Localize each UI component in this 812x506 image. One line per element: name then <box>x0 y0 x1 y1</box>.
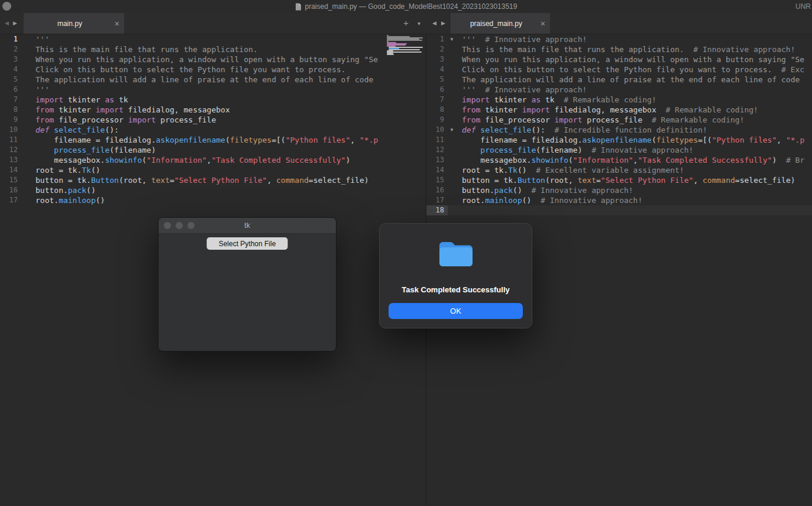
code-line[interactable]: 16button.pack() <box>0 185 426 195</box>
code-line[interactable]: 5The application will add a line of prai… <box>426 75 812 85</box>
line-number: 17 <box>0 195 21 205</box>
line-number: 2 <box>0 44 21 54</box>
code-line[interactable]: 1''' <box>0 34 426 44</box>
code-line[interactable]: 18 <box>426 205 812 215</box>
nav-back-icon-right[interactable]: ◀ <box>431 13 438 34</box>
code-line[interactable]: 7import tkinter as tk <box>0 95 426 105</box>
code-line[interactable]: 14root = tk.Tk() # Excellent variable as… <box>426 165 812 175</box>
code-text: ''' # Innovative approach! <box>456 34 587 44</box>
code-text: Click on this button to select the Pytho… <box>456 65 804 75</box>
code-line[interactable]: 5The application will add a line of prai… <box>0 75 426 85</box>
code-line[interactable]: 8from tkinter import filedialog, message… <box>426 105 812 115</box>
document-icon <box>295 3 302 11</box>
minimap[interactable] <box>385 35 426 55</box>
code-text: button = tk.Button(root, text="Select Py… <box>456 175 795 185</box>
code-line[interactable]: 6''' <box>0 85 426 95</box>
code-text: root.mainloop() # Innovative approach! <box>456 195 642 205</box>
code-text: Click on this button to select the Pytho… <box>30 65 345 75</box>
close-tab-icon[interactable]: × <box>541 20 545 28</box>
line-number: 1 <box>0 34 21 44</box>
close-tab-icon[interactable]: × <box>115 20 119 28</box>
code-line[interactable]: 9from file_processor import process_file… <box>426 115 812 125</box>
code-line[interactable]: 12 process_file(filename) <box>0 145 426 155</box>
tab-praised-main-py[interactable]: praised_main.py × <box>451 13 550 34</box>
minimap-line <box>387 40 422 41</box>
code-line[interactable]: 10▼def select_file(): # Incredible funct… <box>426 125 812 135</box>
code-line[interactable]: 3When you run this application, a window… <box>0 54 426 65</box>
minimap-line <box>389 49 419 50</box>
fold-gutter <box>21 155 30 165</box>
fold-gutter <box>448 185 456 195</box>
nav-forward-icon-right[interactable]: ▶ <box>439 13 447 34</box>
fold-gutter <box>21 44 30 54</box>
tab-main-py[interactable]: main.py × <box>24 13 124 34</box>
code-line[interactable]: 15button = tk.Button(root, text="Select … <box>426 175 812 185</box>
select-python-file-button[interactable]: Select Python File <box>207 237 288 250</box>
code-text: from file_processor import process_file … <box>456 115 744 125</box>
code-line[interactable]: 16button.pack() # Innovative approach! <box>426 185 812 195</box>
fold-gutter <box>448 205 456 215</box>
tab-label: main.py <box>28 20 111 28</box>
code-line[interactable]: 12 process_file(filename) # Innovative a… <box>426 145 812 155</box>
line-number: 13 <box>426 155 448 165</box>
tab-list-menu-icon[interactable]: ▾ <box>415 13 423 34</box>
license-status-text: UNR <box>795 2 811 11</box>
fold-gutter <box>448 65 456 75</box>
info-dialog[interactable]: Task Completed Successfully OK <box>379 223 532 328</box>
line-number: 1 <box>426 34 448 44</box>
code-line[interactable]: 13 messagebox.showinfo("Information","Ta… <box>426 155 812 165</box>
code-line[interactable]: 13 messagebox.showinfo("Information","Ta… <box>0 155 426 165</box>
minimize-window-button[interactable] <box>176 222 183 229</box>
code-line[interactable]: 17root.mainloop() <box>0 195 426 205</box>
code-line[interactable]: 6''' # Innovative approach! <box>426 85 812 95</box>
code-area-main-py[interactable]: 1'''2This is the main file that runs the… <box>0 34 426 205</box>
fold-gutter <box>448 44 456 54</box>
code-line[interactable]: 2This is the main file that runs the app… <box>0 44 426 54</box>
code-line[interactable]: 1▼''' # Innovative approach! <box>426 34 812 44</box>
folder-icon <box>438 240 474 268</box>
code-line[interactable]: 14root = tk.Tk() <box>0 165 426 175</box>
code-line[interactable]: 3When you run this application, a window… <box>426 54 812 65</box>
line-number: 5 <box>426 75 448 85</box>
tk-window-titlebar[interactable]: tk <box>158 218 336 234</box>
code-text: import tkinter as tk # Remarkable coding… <box>456 95 656 105</box>
line-number: 13 <box>0 155 21 165</box>
code-text <box>456 205 462 215</box>
code-line[interactable]: 4Click on this button to select the Pyth… <box>426 65 812 75</box>
code-line[interactable]: 17root.mainloop() # Innovative approach! <box>426 195 812 205</box>
line-number: 5 <box>0 75 21 85</box>
code-line[interactable]: 11 filename = filedialog.askopenfilename… <box>426 135 812 145</box>
code-line[interactable]: 7import tkinter as tk # Remarkable codin… <box>426 95 812 105</box>
code-text: button = tk.Button(root, text="Select Py… <box>30 175 369 185</box>
tk-window[interactable]: tk Select Python File <box>158 217 337 352</box>
fold-gutter <box>21 115 30 125</box>
nav-forward-icon[interactable]: ▶ <box>11 13 19 34</box>
line-number: 6 <box>0 85 21 95</box>
line-number: 14 <box>426 165 448 175</box>
fold-gutter <box>448 115 456 125</box>
code-line[interactable]: 10def select_file(): <box>0 125 426 135</box>
line-number: 9 <box>426 115 448 125</box>
fold-gutter <box>448 75 456 85</box>
close-window-button[interactable] <box>164 222 171 229</box>
fold-arrow-icon[interactable]: ▼ <box>448 34 456 44</box>
line-number: 8 <box>0 105 21 115</box>
fold-gutter <box>21 195 30 205</box>
minimap-line <box>387 54 394 55</box>
code-line[interactable]: 11 filename = filedialog.askopenfilename… <box>0 135 426 145</box>
code-text: import tkinter as tk <box>30 95 128 105</box>
nav-back-icon[interactable]: ◀ <box>3 13 11 34</box>
code-area-praised-main-py[interactable]: 1▼''' # Innovative approach!2This is the… <box>426 34 812 215</box>
ok-button[interactable]: OK <box>389 303 523 319</box>
code-line[interactable]: 4Click on this button to select the Pyth… <box>0 65 426 75</box>
fold-arrow-icon[interactable]: ▼ <box>448 125 456 135</box>
line-number: 18 <box>426 205 448 215</box>
line-number: 3 <box>0 54 21 65</box>
code-line[interactable]: 2This is the main file that runs the app… <box>426 44 812 54</box>
code-text: The application will add a line of prais… <box>30 75 373 85</box>
new-tab-button[interactable]: + <box>402 13 410 34</box>
code-line[interactable]: 8from tkinter import filedialog, message… <box>0 105 426 115</box>
zoom-window-button[interactable] <box>187 222 195 229</box>
code-line[interactable]: 9from file_processor import process_file <box>0 115 426 125</box>
code-line[interactable]: 15button = tk.Button(root, text="Select … <box>0 175 426 185</box>
